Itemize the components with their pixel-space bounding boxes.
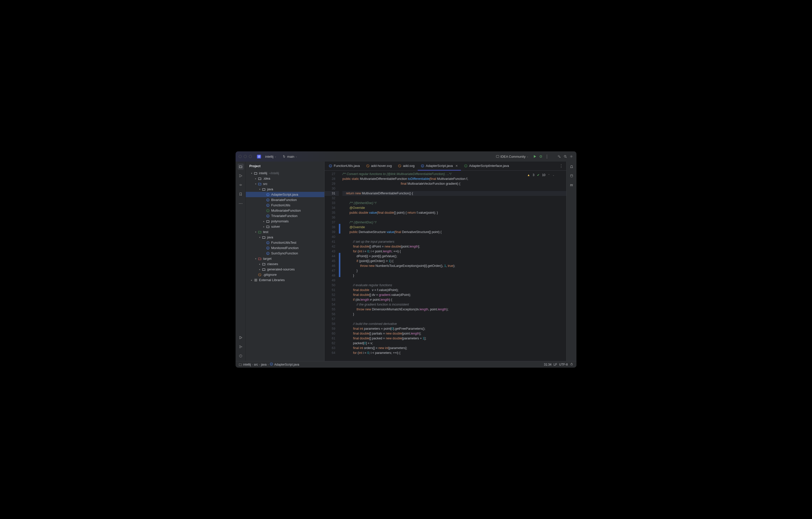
tree-item[interactable]: .gitignore xyxy=(246,272,324,277)
tree-item[interactable]: ▾intellij~/intellij xyxy=(246,170,324,176)
svg-rect-0 xyxy=(496,155,499,158)
more-tools-icon[interactable]: ⋯ xyxy=(238,200,244,206)
project-tree[interactable]: ▾intellij~/intellij▸.idea▾src▾javaCAdapt… xyxy=(246,170,324,361)
editor-tab[interactable]: IAdapterScriptInterface.java xyxy=(461,162,512,170)
svg-text:C: C xyxy=(267,247,268,249)
svg-point-3 xyxy=(564,155,566,157)
svg-point-41 xyxy=(570,175,573,176)
project-sidebar: Project ▾intellij~/intellij▸.idea▾src▾ja… xyxy=(246,162,325,361)
editor-tabs: CFunctionUtils.javaadd-hover.svgadd.svgC… xyxy=(325,162,566,171)
encoding[interactable]: UTF-8 xyxy=(559,363,568,366)
svg-rect-32 xyxy=(256,279,257,281)
tree-item[interactable]: ▸classes xyxy=(246,261,324,267)
tree-item[interactable]: CFunctionUtils xyxy=(246,203,324,208)
svg-text:C: C xyxy=(267,215,268,217)
svg-point-9 xyxy=(239,345,240,347)
svg-text:C: C xyxy=(271,363,272,365)
editor-tab[interactable]: CFunctionUtils.java xyxy=(326,162,363,170)
svg-point-6 xyxy=(239,176,240,177)
statusbar: intellij›src›java›CAdapterScript.java 31… xyxy=(236,361,576,368)
git-tool-icon[interactable] xyxy=(238,344,244,350)
settings-icon[interactable] xyxy=(569,154,573,158)
tree-item[interactable]: IMultivariateFunction xyxy=(246,208,324,213)
tree-item[interactable]: CTrivariateFunction xyxy=(246,213,324,219)
code-content[interactable]: /** Convert regular functions to {@link … xyxy=(340,171,566,361)
svg-text:C: C xyxy=(267,252,268,254)
tree-item[interactable]: ▾java xyxy=(246,186,324,192)
sidebar-title: Project xyxy=(246,162,324,170)
inspection-widget[interactable]: ▲3 ✔10 ⌃⌄ xyxy=(526,173,556,177)
svg-rect-31 xyxy=(255,279,256,281)
svg-text:C: C xyxy=(267,199,268,201)
tree-item[interactable]: ▸solver xyxy=(246,224,324,229)
svg-point-2 xyxy=(558,155,559,157)
window-controls[interactable] xyxy=(239,155,252,158)
svg-text:C: C xyxy=(422,165,423,167)
branch-dropdown[interactable]: main⌄ xyxy=(281,154,299,160)
breadcrumbs[interactable]: intellij›src›java›CAdapterScript.java xyxy=(239,362,299,367)
svg-point-5 xyxy=(239,175,240,176)
svg-text:C: C xyxy=(267,204,268,206)
svg-point-1 xyxy=(540,156,542,157)
svg-text:I: I xyxy=(466,165,466,167)
run-button[interactable] xyxy=(533,154,537,158)
notifications-icon[interactable] xyxy=(569,164,575,170)
tree-item[interactable]: CAdapterScript.java xyxy=(246,192,324,197)
tree-item[interactable]: ▸External Libraries xyxy=(246,277,324,283)
problems-tool-icon[interactable] xyxy=(238,353,244,359)
svg-rect-44 xyxy=(571,364,573,365)
cursor-position[interactable]: 31:34 xyxy=(544,363,552,366)
tree-item[interactable]: ▸.idea xyxy=(246,176,324,181)
tabs-more-icon[interactable]: ⋮ xyxy=(556,162,566,170)
project-dropdown[interactable]: intellij⌄ xyxy=(263,154,279,160)
tree-item[interactable]: ▸generated-sources xyxy=(246,267,324,272)
editor-tab[interactable]: add-hover.svg xyxy=(363,162,395,170)
tree-item[interactable]: CBivariateFunction xyxy=(246,197,324,203)
svg-text:I: I xyxy=(268,210,268,211)
commit-tool-icon[interactable] xyxy=(238,182,244,188)
line-separator[interactable]: LF xyxy=(554,363,557,366)
project-tool-icon[interactable] xyxy=(238,164,244,170)
close-tab-icon[interactable]: ✕ xyxy=(455,164,458,168)
left-toolstrip: ⋯ xyxy=(236,162,246,361)
tree-item[interactable]: ▸polynomials xyxy=(246,219,324,224)
svg-text:C: C xyxy=(330,165,331,167)
database-icon[interactable] xyxy=(569,173,575,179)
bookmarks-tool-icon[interactable] xyxy=(238,191,244,197)
svg-text:C: C xyxy=(267,194,268,195)
run-config-dropdown[interactable]: IDEA Community⌄ xyxy=(494,154,531,160)
svg-point-11 xyxy=(241,346,242,347)
tree-item[interactable]: ▾test xyxy=(246,229,324,235)
line-gutter[interactable]: 2728293031323334353637383940414243444546… xyxy=(325,171,339,361)
more-actions-icon[interactable]: ⋮ xyxy=(545,154,549,158)
tree-item[interactable]: ▾java xyxy=(246,235,324,240)
tree-item[interactable]: CMonitoredFunction xyxy=(246,245,324,251)
svg-point-8 xyxy=(240,184,241,185)
tree-item[interactable]: ▾target xyxy=(246,256,324,261)
svg-rect-30 xyxy=(255,279,255,281)
tree-item[interactable]: CSumSyncFunction xyxy=(246,251,324,256)
editor-area: CFunctionUtils.javaadd-hover.svgadd.svgC… xyxy=(325,162,566,361)
readonly-toggle-icon[interactable] xyxy=(570,362,573,367)
titlebar: IJ intellij⌄ main⌄ IDEA Community⌄ ⋮ xyxy=(236,151,576,162)
maven-icon[interactable]: m xyxy=(569,182,575,188)
run-tool-icon[interactable] xyxy=(238,335,244,341)
code-with-me-icon[interactable] xyxy=(557,154,561,158)
tree-item[interactable]: CFunctionUtilsTest xyxy=(246,240,324,245)
editor-tab[interactable]: add.svg xyxy=(395,162,418,170)
ide-window: IJ intellij⌄ main⌄ IDEA Community⌄ ⋮ ⋯ P… xyxy=(236,151,576,368)
svg-point-7 xyxy=(241,175,242,176)
svg-point-4 xyxy=(571,156,572,157)
ij-logo: IJ xyxy=(257,155,261,158)
structure-tool-icon[interactable] xyxy=(238,173,244,179)
search-icon[interactable] xyxy=(563,154,567,158)
tree-item[interactable]: ▾src xyxy=(246,181,324,186)
right-toolstrip: m xyxy=(566,162,576,361)
svg-point-10 xyxy=(239,347,240,348)
svg-text:C: C xyxy=(267,242,268,243)
editor[interactable]: 2728293031323334353637383940414243444546… xyxy=(325,171,566,361)
editor-tab[interactable]: CAdapterScript.java✕ xyxy=(418,162,461,170)
debug-button[interactable] xyxy=(539,154,543,158)
